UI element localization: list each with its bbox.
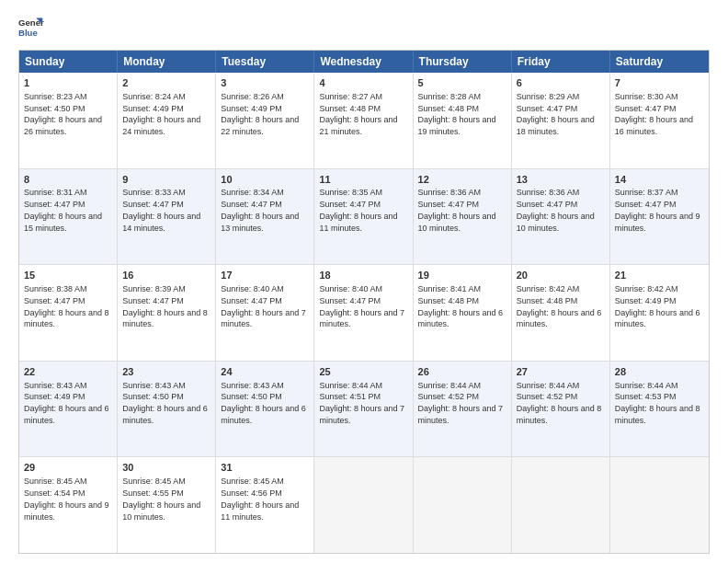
calendar-cell: 12Sunrise: 8:36 AMSunset: 4:47 PMDayligh… — [414, 169, 512, 265]
calendar-cell: 28Sunrise: 8:44 AMSunset: 4:53 PMDayligh… — [610, 362, 709, 457]
cell-info: Sunrise: 8:23 AMSunset: 4:50 PMDaylight:… — [24, 92, 102, 136]
cell-info: Sunrise: 8:24 AMSunset: 4:49 PMDaylight:… — [122, 92, 200, 136]
day-number: 4 — [319, 76, 407, 90]
calendar-cell: 15Sunrise: 8:38 AMSunset: 4:47 PMDayligh… — [19, 265, 118, 361]
calendar-cell: 14Sunrise: 8:37 AMSunset: 4:47 PMDayligh… — [610, 169, 709, 265]
calendar-cell — [512, 457, 610, 553]
day-header: Saturday — [610, 51, 709, 73]
day-number: 12 — [418, 173, 506, 187]
calendar-cell: 7Sunrise: 8:30 AMSunset: 4:47 PMDaylight… — [610, 73, 709, 168]
day-number: 30 — [122, 461, 210, 475]
day-header: Monday — [118, 51, 216, 73]
cell-info: Sunrise: 8:34 AMSunset: 4:47 PMDaylight:… — [221, 188, 299, 232]
cell-info: Sunrise: 8:42 AMSunset: 4:49 PMDaylight:… — [615, 284, 700, 328]
cell-info: Sunrise: 8:43 AMSunset: 4:49 PMDaylight:… — [24, 381, 109, 425]
cell-info: Sunrise: 8:36 AMSunset: 4:47 PMDaylight:… — [418, 188, 496, 232]
cell-info: Sunrise: 8:44 AMSunset: 4:51 PMDaylight:… — [319, 381, 404, 425]
calendar-cell: 16Sunrise: 8:39 AMSunset: 4:47 PMDayligh… — [118, 265, 216, 361]
cell-info: Sunrise: 8:42 AMSunset: 4:48 PMDaylight:… — [517, 284, 602, 328]
cell-info: Sunrise: 8:37 AMSunset: 4:47 PMDaylight:… — [615, 188, 700, 232]
day-number: 21 — [615, 269, 704, 282]
calendar-row: 29Sunrise: 8:45 AMSunset: 4:54 PMDayligh… — [19, 456, 709, 553]
cell-info: Sunrise: 8:29 AMSunset: 4:47 PMDaylight:… — [517, 92, 595, 136]
day-number: 14 — [615, 173, 704, 187]
calendar-cell: 11Sunrise: 8:35 AMSunset: 4:47 PMDayligh… — [314, 169, 413, 265]
calendar-row: 22Sunrise: 8:43 AMSunset: 4:49 PMDayligh… — [19, 361, 709, 457]
header: General Blue — [18, 15, 710, 40]
day-number: 26 — [418, 365, 506, 379]
calendar-row: 8Sunrise: 8:31 AMSunset: 4:47 PMDaylight… — [19, 168, 709, 265]
calendar-row: 15Sunrise: 8:38 AMSunset: 4:47 PMDayligh… — [19, 264, 709, 361]
cell-info: Sunrise: 8:41 AMSunset: 4:48 PMDaylight:… — [418, 284, 504, 328]
calendar-cell: 9Sunrise: 8:33 AMSunset: 4:47 PMDaylight… — [118, 169, 216, 265]
day-number: 27 — [517, 365, 605, 379]
calendar-cell — [414, 457, 512, 553]
cell-info: Sunrise: 8:27 AMSunset: 4:48 PMDaylight:… — [319, 92, 397, 136]
calendar-cell: 10Sunrise: 8:34 AMSunset: 4:47 PMDayligh… — [216, 169, 314, 265]
day-header: Friday — [512, 51, 610, 73]
cell-info: Sunrise: 8:45 AMSunset: 4:56 PMDaylight:… — [221, 477, 299, 521]
day-header: Wednesday — [314, 51, 413, 73]
calendar-cell: 30Sunrise: 8:45 AMSunset: 4:55 PMDayligh… — [118, 457, 216, 553]
day-number: 24 — [221, 365, 309, 379]
day-number: 5 — [418, 76, 506, 90]
cell-info: Sunrise: 8:31 AMSunset: 4:47 PMDaylight:… — [24, 188, 102, 232]
calendar-header: SundayMondayTuesdayWednesdayThursdayFrid… — [19, 51, 709, 73]
day-number: 6 — [517, 76, 605, 90]
calendar-cell — [314, 457, 413, 553]
calendar-cell: 27Sunrise: 8:44 AMSunset: 4:52 PMDayligh… — [512, 362, 610, 457]
day-number: 3 — [221, 76, 309, 90]
cell-info: Sunrise: 8:36 AMSunset: 4:47 PMDaylight:… — [517, 188, 595, 232]
calendar-cell: 2Sunrise: 8:24 AMSunset: 4:49 PMDaylight… — [118, 73, 216, 168]
calendar: SundayMondayTuesdayWednesdayThursdayFrid… — [18, 50, 710, 554]
day-header: Sunday — [19, 51, 118, 73]
calendar-cell: 20Sunrise: 8:42 AMSunset: 4:48 PMDayligh… — [512, 265, 610, 361]
calendar-row: 1Sunrise: 8:23 AMSunset: 4:50 PMDaylight… — [19, 73, 709, 168]
svg-text:Blue: Blue — [18, 28, 38, 38]
calendar-cell: 19Sunrise: 8:41 AMSunset: 4:48 PMDayligh… — [414, 265, 512, 361]
cell-info: Sunrise: 8:40 AMSunset: 4:47 PMDaylight:… — [221, 284, 306, 328]
day-number: 13 — [517, 173, 605, 187]
day-number: 9 — [122, 173, 210, 187]
cell-info: Sunrise: 8:44 AMSunset: 4:52 PMDaylight:… — [418, 381, 504, 425]
cell-info: Sunrise: 8:26 AMSunset: 4:49 PMDaylight:… — [221, 92, 299, 136]
day-number: 23 — [122, 365, 210, 379]
calendar-cell: 17Sunrise: 8:40 AMSunset: 4:47 PMDayligh… — [216, 265, 314, 361]
cell-info: Sunrise: 8:44 AMSunset: 4:53 PMDaylight:… — [615, 381, 700, 425]
calendar-cell: 29Sunrise: 8:45 AMSunset: 4:54 PMDayligh… — [19, 457, 118, 553]
cell-info: Sunrise: 8:43 AMSunset: 4:50 PMDaylight:… — [221, 381, 306, 425]
calendar-cell — [610, 457, 709, 553]
calendar-cell: 31Sunrise: 8:45 AMSunset: 4:56 PMDayligh… — [216, 457, 314, 553]
day-number: 2 — [122, 76, 210, 90]
day-number: 29 — [24, 461, 112, 475]
calendar-cell: 24Sunrise: 8:43 AMSunset: 4:50 PMDayligh… — [216, 362, 314, 457]
calendar-cell: 26Sunrise: 8:44 AMSunset: 4:52 PMDayligh… — [414, 362, 512, 457]
calendar-body: 1Sunrise: 8:23 AMSunset: 4:50 PMDaylight… — [19, 73, 709, 553]
cell-info: Sunrise: 8:30 AMSunset: 4:47 PMDaylight:… — [615, 92, 693, 136]
page: General Blue SundayMondayTuesdayWednesda… — [0, 0, 728, 563]
cell-info: Sunrise: 8:39 AMSunset: 4:47 PMDaylight:… — [122, 284, 208, 328]
calendar-cell: 8Sunrise: 8:31 AMSunset: 4:47 PMDaylight… — [19, 169, 118, 265]
day-number: 31 — [221, 461, 309, 475]
cell-info: Sunrise: 8:35 AMSunset: 4:47 PMDaylight:… — [319, 188, 397, 232]
calendar-cell: 5Sunrise: 8:28 AMSunset: 4:48 PMDaylight… — [414, 73, 512, 168]
calendar-cell: 3Sunrise: 8:26 AMSunset: 4:49 PMDaylight… — [216, 73, 314, 168]
cell-info: Sunrise: 8:38 AMSunset: 4:47 PMDaylight:… — [24, 284, 109, 328]
calendar-cell: 4Sunrise: 8:27 AMSunset: 4:48 PMDaylight… — [314, 73, 413, 168]
logo-icon: General Blue — [18, 15, 44, 40]
calendar-cell: 13Sunrise: 8:36 AMSunset: 4:47 PMDayligh… — [512, 169, 610, 265]
day-header: Tuesday — [216, 51, 314, 73]
day-number: 16 — [122, 269, 210, 282]
cell-info: Sunrise: 8:33 AMSunset: 4:47 PMDaylight:… — [122, 188, 200, 232]
day-number: 15 — [24, 269, 112, 282]
day-header: Thursday — [414, 51, 512, 73]
logo: General Blue — [18, 15, 44, 40]
day-number: 10 — [221, 173, 309, 187]
day-number: 28 — [615, 365, 704, 379]
cell-info: Sunrise: 8:43 AMSunset: 4:50 PMDaylight:… — [122, 381, 208, 425]
cell-info: Sunrise: 8:28 AMSunset: 4:48 PMDaylight:… — [418, 92, 496, 136]
day-number: 17 — [221, 269, 309, 282]
day-number: 1 — [24, 76, 112, 90]
calendar-cell: 21Sunrise: 8:42 AMSunset: 4:49 PMDayligh… — [610, 265, 709, 361]
calendar-cell: 18Sunrise: 8:40 AMSunset: 4:47 PMDayligh… — [314, 265, 413, 361]
